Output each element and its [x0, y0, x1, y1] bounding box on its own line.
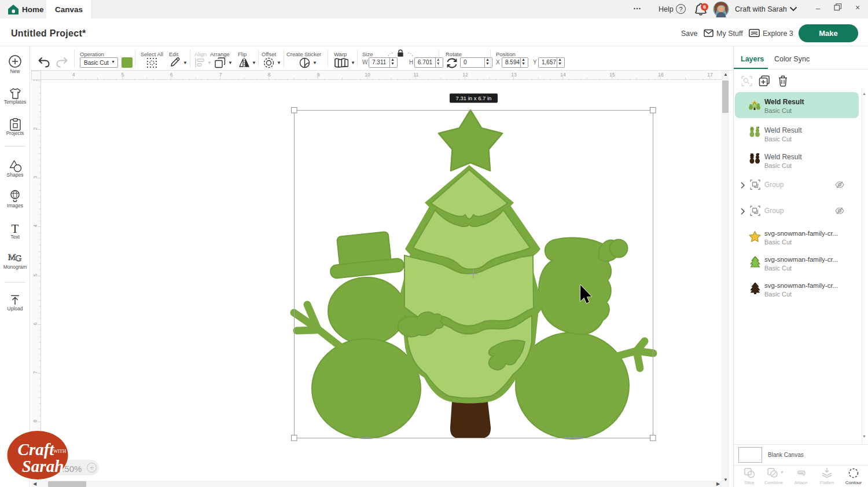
- svg-text:7.31 in x 6.7 in: 7.31 in x 6.7 in: [456, 95, 492, 101]
- svg-text:Sarah: Sarah: [22, 457, 64, 475]
- svg-text:Craft: Craft: [18, 440, 55, 459]
- svg-text:WITH: WITH: [53, 448, 66, 454]
